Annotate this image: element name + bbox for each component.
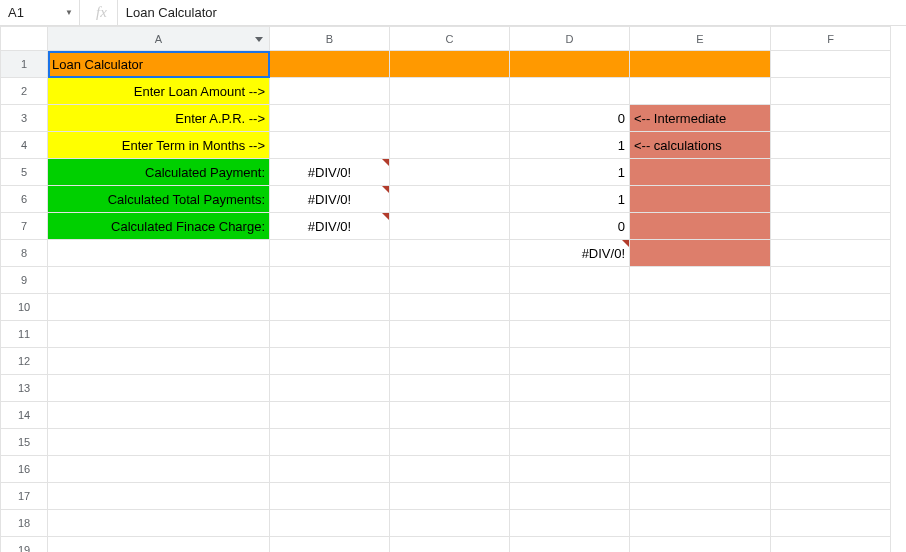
cell-A16[interactable] <box>48 456 270 483</box>
column-header-F[interactable]: F <box>771 27 891 51</box>
cell-F10[interactable] <box>771 294 891 321</box>
row-header-2[interactable]: 2 <box>1 78 48 105</box>
cell-D6[interactable]: 1 <box>510 186 630 213</box>
cell-E15[interactable] <box>630 429 771 456</box>
cell-F16[interactable] <box>771 456 891 483</box>
cell-B14[interactable] <box>270 402 390 429</box>
row-header-4[interactable]: 4 <box>1 132 48 159</box>
cell-A7[interactable]: Calculated Finace Charge: <box>48 213 270 240</box>
cell-F9[interactable] <box>771 267 891 294</box>
cell-B17[interactable] <box>270 483 390 510</box>
cell-F4[interactable] <box>771 132 891 159</box>
cell-F2[interactable] <box>771 78 891 105</box>
cell-C8[interactable] <box>390 240 510 267</box>
cell-F12[interactable] <box>771 348 891 375</box>
cell-C2[interactable] <box>390 78 510 105</box>
cell-D16[interactable] <box>510 456 630 483</box>
cell-E7[interactable] <box>630 213 771 240</box>
cell-C14[interactable] <box>390 402 510 429</box>
cell-A3[interactable]: Enter A.P.R. --> <box>48 105 270 132</box>
cell-B11[interactable] <box>270 321 390 348</box>
cell-F3[interactable] <box>771 105 891 132</box>
cell-E11[interactable] <box>630 321 771 348</box>
cell-B4[interactable] <box>270 132 390 159</box>
cell-B16[interactable] <box>270 456 390 483</box>
column-header-A[interactable]: A <box>48 27 270 51</box>
row-header-3[interactable]: 3 <box>1 105 48 132</box>
select-all-corner[interactable] <box>1 27 48 51</box>
cell-D8[interactable]: #DIV/0! <box>510 240 630 267</box>
filter-icon[interactable] <box>255 37 263 42</box>
row-header-18[interactable]: 18 <box>1 510 48 537</box>
cell-A6[interactable]: Calculated Total Payments: <box>48 186 270 213</box>
cell-F17[interactable] <box>771 483 891 510</box>
cell-E2[interactable] <box>630 78 771 105</box>
cell-E8[interactable] <box>630 240 771 267</box>
cell-D15[interactable] <box>510 429 630 456</box>
cell-C10[interactable] <box>390 294 510 321</box>
cell-E9[interactable] <box>630 267 771 294</box>
cell-F6[interactable] <box>771 186 891 213</box>
cell-F11[interactable] <box>771 321 891 348</box>
cell-E13[interactable] <box>630 375 771 402</box>
cell-B13[interactable] <box>270 375 390 402</box>
cell-D2[interactable] <box>510 78 630 105</box>
row-header-13[interactable]: 13 <box>1 375 48 402</box>
cell-A11[interactable] <box>48 321 270 348</box>
cell-B9[interactable] <box>270 267 390 294</box>
cell-C19[interactable] <box>390 537 510 553</box>
cell-A8[interactable] <box>48 240 270 267</box>
cell-B3[interactable] <box>270 105 390 132</box>
cell-B18[interactable] <box>270 510 390 537</box>
row-header-15[interactable]: 15 <box>1 429 48 456</box>
cell-D12[interactable] <box>510 348 630 375</box>
cell-D4[interactable]: 1 <box>510 132 630 159</box>
column-header-C[interactable]: C <box>390 27 510 51</box>
cell-E12[interactable] <box>630 348 771 375</box>
cell-C12[interactable] <box>390 348 510 375</box>
cell-D19[interactable] <box>510 537 630 553</box>
dropdown-arrow-icon[interactable]: ▼ <box>65 8 73 17</box>
cell-E17[interactable] <box>630 483 771 510</box>
cell-F1[interactable] <box>771 51 891 78</box>
cell-E16[interactable] <box>630 456 771 483</box>
row-header-10[interactable]: 10 <box>1 294 48 321</box>
cell-C1[interactable] <box>390 51 510 78</box>
cell-A15[interactable] <box>48 429 270 456</box>
cell-F5[interactable] <box>771 159 891 186</box>
cell-C11[interactable] <box>390 321 510 348</box>
row-header-19[interactable]: 19 <box>1 537 48 553</box>
cell-C15[interactable] <box>390 429 510 456</box>
row-header-16[interactable]: 16 <box>1 456 48 483</box>
cell-A19[interactable] <box>48 537 270 553</box>
cell-A9[interactable] <box>48 267 270 294</box>
cell-D13[interactable] <box>510 375 630 402</box>
cell-B15[interactable] <box>270 429 390 456</box>
cell-F8[interactable] <box>771 240 891 267</box>
cell-F19[interactable] <box>771 537 891 553</box>
row-header-6[interactable]: 6 <box>1 186 48 213</box>
cell-D18[interactable] <box>510 510 630 537</box>
formula-input[interactable]: Loan Calculator <box>118 0 906 25</box>
cell-D9[interactable] <box>510 267 630 294</box>
cell-C6[interactable] <box>390 186 510 213</box>
cell-A17[interactable] <box>48 483 270 510</box>
cell-B6[interactable]: #DIV/0! <box>270 186 390 213</box>
cell-E6[interactable] <box>630 186 771 213</box>
cell-A2[interactable]: Enter Loan Amount --> <box>48 78 270 105</box>
cell-E18[interactable] <box>630 510 771 537</box>
cell-A1[interactable]: Loan Calculator <box>48 51 270 78</box>
cell-E1[interactable] <box>630 51 771 78</box>
column-header-B[interactable]: B <box>270 27 390 51</box>
row-header-8[interactable]: 8 <box>1 240 48 267</box>
cell-C4[interactable] <box>390 132 510 159</box>
row-header-1[interactable]: 1 <box>1 51 48 78</box>
cell-C7[interactable] <box>390 213 510 240</box>
cell-B8[interactable] <box>270 240 390 267</box>
cell-E10[interactable] <box>630 294 771 321</box>
cell-C16[interactable] <box>390 456 510 483</box>
cell-C18[interactable] <box>390 510 510 537</box>
column-header-E[interactable]: E <box>630 27 771 51</box>
cell-A12[interactable] <box>48 348 270 375</box>
cell-D17[interactable] <box>510 483 630 510</box>
